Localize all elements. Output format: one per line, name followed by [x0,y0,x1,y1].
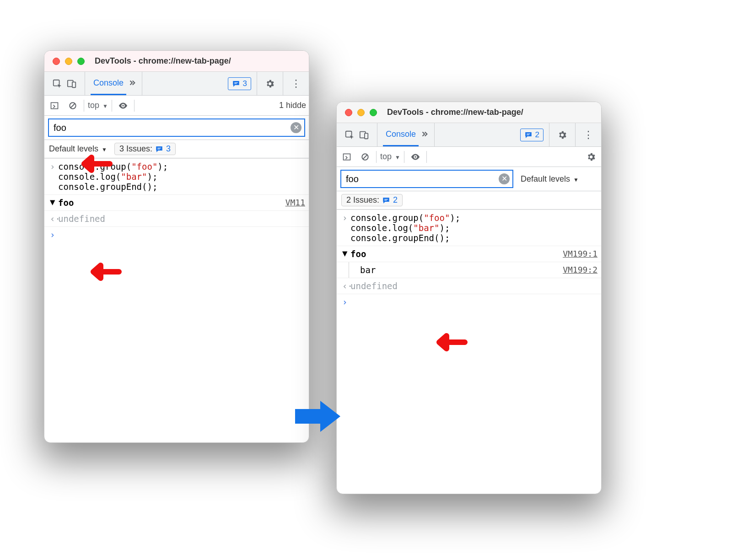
source-link[interactable]: VM199:1 [563,249,597,258]
tabs-overflow-icon[interactable] [420,130,429,140]
issues-button[interactable]: 2 Issues: 2 [341,194,403,206]
svg-rect-9 [157,148,161,148]
message-icon [232,80,240,88]
issues-button[interactable]: 3 Issues: 3 [114,143,176,155]
minimize-window-button[interactable] [357,109,365,116]
issues-prefix: 2 Issues: [346,195,379,205]
console-return-row: ‹· undefined [337,278,601,294]
context-label: top [380,152,392,161]
dropdown-icon: ▼ [573,177,579,183]
context-selector[interactable]: top ▼ [380,152,400,162]
console-prompt-row[interactable]: › [337,294,601,310]
svg-rect-20 [384,199,388,199]
zoom-window-button[interactable] [370,109,377,116]
return-icon: ‹· [342,281,350,291]
window-title: DevTools - chrome://new-tab-page/ [95,56,231,66]
svg-rect-13 [365,133,368,139]
hidden-count: 1 hidde [279,101,306,110]
svg-line-18 [363,155,367,159]
console-log-area[interactable]: › console.group("foo"); console.log("bar… [44,158,309,242]
settings-icon[interactable] [264,78,275,89]
issues-counter[interactable]: 3 [228,77,251,90]
code-snippet: console.group("foo"); console.log("bar")… [58,162,168,192]
dropdown-icon: ▼ [395,154,400,161]
console-group-header[interactable]: ▼ foo VM199:1 [337,246,601,262]
svg-rect-15 [527,135,529,135]
live-expression-icon[interactable] [410,151,421,162]
console-log-area[interactable]: › console.group("foo"); console.log("bar… [337,210,601,310]
issues-counter[interactable]: 2 [520,129,544,141]
close-window-button[interactable] [53,58,60,65]
filter-row: ✕ Default levels ▼ [337,167,601,191]
window-title: DevTools - chrome://new-tab-page/ [387,108,523,117]
message-icon [382,196,390,205]
traffic-lights [345,109,377,116]
zoom-window-button[interactable] [77,58,85,65]
live-expression-icon[interactable] [118,100,129,111]
return-icon: ‹· [50,214,58,224]
more-icon[interactable]: ⋮ [583,129,594,140]
svg-rect-3 [234,82,238,83]
svg-point-19 [414,156,416,158]
disclosure-icon[interactable]: ▼ [342,249,350,259]
svg-point-8 [122,105,124,107]
source-link[interactable]: VM199:2 [563,262,597,278]
disclosure-icon[interactable]: ▼ [50,198,58,208]
console-return-row: ‹· undefined [44,211,309,227]
source-link[interactable]: VM11 [285,198,305,207]
undefined-value: undefined [58,214,105,224]
traffic-lights [53,58,85,65]
issues-row: 2 Issues: 2 [337,191,601,210]
clear-filter-icon[interactable]: ✕ [499,173,510,184]
console-group-header[interactable]: ▼ foo VM11 [44,195,309,211]
filter-input[interactable] [53,122,291,134]
console-sidebar-toggle-icon[interactable] [341,151,352,162]
log-levels-selector[interactable]: Default levels ▼ [49,144,107,154]
titlebar: DevTools - chrome://new-tab-page/ [44,51,309,72]
clear-filter-icon[interactable]: ✕ [291,122,301,133]
prompt-icon: › [50,230,58,240]
minimize-window-button[interactable] [65,58,72,65]
dropdown-icon: ▼ [102,146,107,153]
inspect-icon[interactable] [344,129,355,140]
tab-console[interactable]: Console [91,72,126,95]
device-icon[interactable] [359,129,370,140]
titlebar: DevTools - chrome://new-tab-page/ [337,102,601,123]
log-levels-label: Default levels [49,144,98,153]
filter-input-wrapper: ✕ [340,170,513,188]
log-levels-selector[interactable]: Default levels ▼ [521,174,579,184]
tabs-overflow-icon[interactable] [128,79,136,89]
filter-input[interactable] [345,173,499,185]
settings-icon[interactable] [557,129,568,140]
main-toolbar: Console 2 ⋮ [337,123,601,147]
dropdown-icon: ▼ [102,103,108,109]
device-icon[interactable] [66,78,77,89]
svg-rect-14 [527,134,530,134]
main-toolbar: Console 3 ⋮ [44,72,309,96]
tab-console[interactable]: Console [383,123,419,146]
svg-rect-4 [234,83,237,84]
settings-icon[interactable] [586,151,597,162]
code-snippet: console.group("foo"); console.log("bar")… [350,213,460,243]
clear-console-icon[interactable] [67,100,78,111]
log-levels-label: Default levels [521,174,570,183]
console-group-child: bar VM199:2 [337,262,601,278]
console-sidebar-toggle-icon[interactable] [49,100,60,111]
more-icon[interactable]: ⋮ [291,78,301,89]
inspect-icon[interactable] [52,78,63,89]
issues-counter-value: 2 [535,130,539,140]
group-child-text: bar [354,262,376,278]
issues-count: 3 [166,144,171,154]
undefined-value: undefined [350,281,398,291]
console-input-echo: › console.group("foo"); console.log("bar… [44,158,309,195]
issues-count: 2 [393,195,398,205]
clear-console-icon[interactable] [360,151,371,162]
group-label: foo [58,198,74,208]
prompt-icon: › [50,162,58,172]
console-subbar: top ▼ [337,147,601,167]
prompt-icon: › [342,297,350,307]
console-subbar: top ▼ 1 hidde [44,96,309,116]
console-prompt-row[interactable]: › [44,227,309,242]
close-window-button[interactable] [345,109,352,116]
context-selector[interactable]: top ▼ [88,101,108,110]
